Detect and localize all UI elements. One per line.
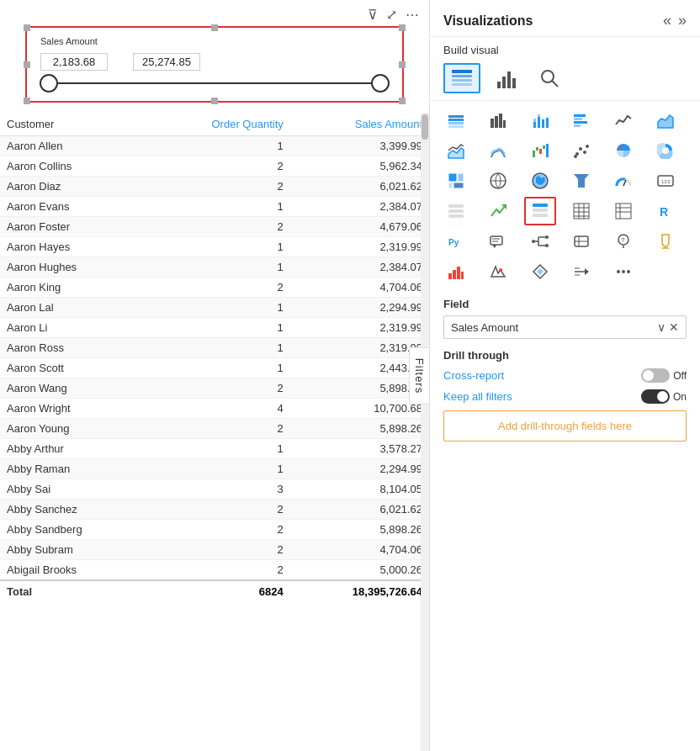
collapse-icon[interactable]: « [663, 12, 671, 29]
cross-report-toggle-label: Off [673, 370, 687, 382]
more-icon[interactable]: ⋯ [406, 7, 419, 23]
viz-icon-multi-row[interactable] [440, 197, 472, 225]
viz-icon-arrows[interactable] [565, 257, 597, 286]
resize-handle-br[interactable] [399, 98, 406, 104]
table-row[interactable]: Aaron Hayes 1 2,319.99 [0, 237, 429, 257]
table-row[interactable]: Aaron Allen 1 3,399.99 [0, 136, 429, 156]
table-row[interactable]: Aaron Evans 1 2,384.07 [0, 197, 429, 217]
viz-icon-line-chart[interactable] [607, 106, 639, 135]
header-order-qty[interactable]: Order Quantity [148, 113, 290, 136]
viz-icon-scatter[interactable] [565, 136, 597, 165]
viz-icon-treemap[interactable] [440, 167, 472, 195]
viz-icon-stacked-col[interactable] [524, 106, 556, 135]
top-viz-icon-search[interactable] [531, 63, 568, 93]
table-row[interactable]: Aaron Wright 4 10,700.68 [0, 399, 429, 419]
viz-icon-card[interactable]: 123 [650, 167, 681, 195]
table-row[interactable]: Aaron Wang 2 5,898.26 [0, 378, 429, 399]
build-visual-tab[interactable]: Build visual [430, 37, 700, 60]
table-row[interactable]: Abigail Brooks 2 5,000.26 [0, 560, 429, 581]
table-row[interactable]: Aaron Diaz 2 6,021.62 [0, 177, 429, 197]
drill-fields-box[interactable]: Add drill-through fields here [443, 410, 687, 442]
expand-icon[interactable]: ⤢ [386, 7, 397, 23]
viz-icon-r-visual[interactable]: R [650, 197, 681, 225]
viz-icon-python[interactable]: Py [440, 227, 472, 256]
slider-track[interactable] [49, 82, 380, 84]
viz-icon-smart-narrative[interactable] [482, 227, 514, 256]
filter-icon[interactable]: ⊽ [368, 7, 378, 23]
table-row[interactable]: Abby Sanchez 2 6,021.62 [0, 500, 429, 520]
resize-handle-tl[interactable] [24, 24, 30, 31]
cross-report-toggle[interactable]: Off [641, 368, 687, 383]
viz-icon-donut[interactable] [650, 136, 681, 165]
table-row[interactable]: Aaron Li 1 2,319.99 [0, 318, 429, 338]
viz-icon-area-chart[interactable] [650, 106, 681, 135]
viz-icon-stacked-bar[interactable] [440, 106, 472, 135]
viz-icon-more[interactable] [607, 257, 639, 286]
viz-icon-map2[interactable] [482, 257, 514, 286]
top-viz-icon-table[interactable] [443, 63, 480, 93]
table-row[interactable]: Aaron Young 2 5,898.26 [0, 419, 429, 439]
field-dropdown[interactable]: Sales Amount ∨ ✕ [443, 315, 687, 339]
keep-filters-toggle[interactable]: On [641, 389, 687, 404]
field-chevron-icon[interactable]: ∨ [657, 320, 666, 334]
cross-report-toggle-track[interactable] [641, 368, 670, 383]
scroll-indicator[interactable] [421, 113, 429, 751]
viz-icon-bar2[interactable] [440, 257, 472, 286]
viz-icon-kpi[interactable] [482, 197, 514, 225]
table-row[interactable]: Aaron Ross 1 2,319.99 [0, 338, 429, 358]
viz-icon-matrix[interactable] [607, 197, 639, 225]
viz-icon-ribbon[interactable] [482, 136, 514, 165]
slider-right-handle[interactable] [371, 74, 390, 93]
header-customer[interactable]: Customer [0, 113, 148, 136]
table-row[interactable]: Abby Sandberg 2 5,898.26 [0, 520, 429, 540]
viz-icon-line-area[interactable] [440, 136, 472, 165]
svg-rect-52 [448, 204, 464, 208]
table-row[interactable]: Aaron Collins 2 5,962.34 [0, 156, 429, 177]
table-row[interactable]: Aaron Hughes 1 2,384.07 [0, 257, 429, 278]
field-close-icon[interactable]: ✕ [669, 320, 679, 334]
table-row[interactable]: Abby Subram 2 4,704.06 [0, 540, 429, 560]
viz-icon-map[interactable] [482, 167, 514, 195]
filters-tab[interactable]: Filters [409, 346, 430, 404]
viz-icon-gauge[interactable] [607, 167, 639, 195]
viz-icon-pie[interactable] [607, 136, 639, 165]
header-sales-amt[interactable]: Sales Amount [290, 113, 429, 136]
resize-handle-bl[interactable] [24, 98, 30, 104]
table-row[interactable]: Abby Sai 3 8,104.05 [0, 479, 429, 500]
viz-icon-clustered-bar[interactable] [565, 106, 597, 135]
resize-handle-lm[interactable] [24, 61, 30, 68]
resize-handle-tm[interactable] [211, 24, 218, 31]
viz-icon-diamond[interactable] [524, 257, 556, 286]
slider-right-value[interactable]: 25,274.85 [133, 53, 200, 71]
slider-left-value[interactable]: 2,183.68 [40, 53, 108, 71]
viz-icon-key-influencers[interactable] [565, 227, 597, 256]
viz-icon-funnel[interactable] [565, 167, 597, 195]
scroll-thumb[interactable] [422, 114, 428, 140]
viz-icon-waterfall[interactable] [524, 136, 556, 165]
viz-icon-qna[interactable]: ? [607, 227, 639, 256]
table-row[interactable]: Aaron Foster 2 4,679.06 [0, 217, 429, 237]
resize-handle-bm[interactable] [211, 98, 218, 104]
viz-icon-filled-map[interactable] [524, 167, 556, 195]
slider-left-handle[interactable] [40, 74, 58, 93]
viz-icon-decomp-tree[interactable] [524, 227, 556, 256]
svg-marker-97 [537, 268, 544, 275]
table-row[interactable]: Aaron King 2 4,704.06 [0, 278, 429, 298]
svg-rect-3 [452, 83, 472, 86]
table-row[interactable]: Aaron Lal 1 2,294.99 [0, 298, 429, 318]
svg-marker-28 [658, 115, 673, 128]
viz-icon-trophy[interactable] [650, 227, 681, 256]
viz-icon-slicer[interactable] [524, 197, 556, 225]
keep-filters-toggle-track[interactable] [641, 389, 670, 404]
expand-right-icon[interactable]: » [678, 12, 687, 29]
slider-track-area[interactable] [40, 82, 389, 84]
top-viz-icon-bar[interactable] [487, 63, 524, 93]
table-row[interactable]: Abby Arthur 1 3,578.27 [0, 439, 429, 459]
table-row[interactable]: Abby Raman 1 2,294.99 [0, 459, 429, 479]
resize-handle-tr[interactable] [399, 24, 406, 31]
table-row[interactable]: Aaron Scott 1 2,443.35 [0, 358, 429, 378]
viz-icon-table-vis[interactable] [565, 197, 597, 225]
viz-icon-bar-chart[interactable] [482, 106, 514, 135]
resize-handle-rm[interactable] [399, 61, 406, 68]
svg-rect-4 [497, 82, 501, 88]
